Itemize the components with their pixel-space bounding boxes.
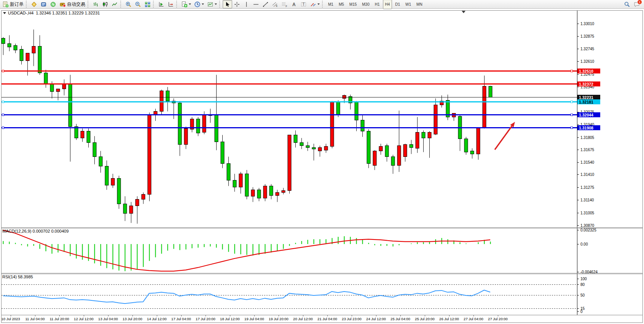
hline-icon: [253, 1, 259, 8]
templates-button[interactable]: [206, 0, 218, 8]
label-tool-button[interactable]: T: [299, 0, 308, 8]
signals-button[interactable]: [48, 0, 58, 8]
chevron-down-icon[interactable]: [189, 3, 191, 5]
svg-text:19 Jul 20:00: 19 Jul 20:00: [269, 317, 289, 321]
toolbar-separator: [219, 1, 222, 8]
chevron-down-icon[interactable]: [317, 3, 320, 5]
line-handle[interactable]: [571, 101, 573, 103]
timeframe-mn[interactable]: MN: [414, 0, 425, 9]
timeframe-m15-label: M15: [349, 2, 357, 6]
line-chart-button[interactable]: [110, 0, 120, 8]
svg-text:17 Jul 20:00: 17 Jul 20:00: [196, 317, 215, 321]
label-icon: T: [300, 1, 307, 8]
zoom-out-icon: [135, 1, 141, 8]
timeframe-m1[interactable]: M1: [326, 0, 336, 9]
linechart-icon: [112, 1, 118, 8]
fibo-icon: F: [281, 1, 288, 8]
fibonacci-tool-button[interactable]: F: [280, 0, 289, 8]
line-handle[interactable]: [2, 70, 4, 72]
bar-chart-button[interactable]: [91, 0, 100, 8]
line-handle[interactable]: [2, 101, 4, 103]
chevron-down-icon[interactable]: [215, 3, 217, 5]
timeframe-m30[interactable]: M30: [360, 0, 371, 9]
vline-icon: [243, 1, 250, 8]
channel-icon: E: [272, 1, 278, 8]
community-button[interactable]: [39, 0, 48, 8]
timeframe-w1[interactable]: W1: [403, 0, 413, 9]
timeframe-m1-label: M1: [328, 2, 333, 6]
chart-canvas[interactable]: 1.330101.328751.327451.326101.324751.323…: [0, 0, 644, 324]
collapse-triangle-icon[interactable]: [3, 12, 6, 14]
new-chart-button[interactable]: [180, 0, 193, 8]
auto-scroll-button[interactable]: [156, 0, 166, 8]
channel-tool-button[interactable]: E: [270, 0, 280, 8]
chevron-down-icon[interactable]: [202, 3, 204, 5]
svg-text:11 Jul 20:00: 11 Jul 20:00: [49, 317, 69, 321]
timeframe-h4-label: H4: [385, 2, 390, 6]
zoom-in-icon: [125, 1, 132, 8]
horizontal-line-tool-button[interactable]: [251, 0, 261, 8]
svg-text:1.31275: 1.31275: [580, 185, 595, 190]
periods-button[interactable]: [193, 0, 206, 8]
arrows-icon: [310, 1, 316, 8]
svg-text:E: E: [276, 5, 278, 7]
line-handle[interactable]: [2, 114, 4, 116]
gold-gem-icon: [31, 1, 37, 8]
svg-text:1.32875: 1.32875: [580, 34, 595, 38]
chart-title: USDCAD-,H4 1.32346 1.32351 1.32229 1.322…: [3, 11, 102, 15]
candle-chart-button[interactable]: [100, 0, 110, 8]
chat-button[interactable]: 1: [632, 0, 642, 8]
chart-shift-button[interactable]: [166, 0, 175, 8]
timeframe-m15[interactable]: M15: [347, 0, 359, 9]
timeframe-h4[interactable]: H4: [383, 0, 392, 9]
zoom-in-button[interactable]: [124, 0, 133, 8]
line-handle[interactable]: [571, 70, 573, 72]
svg-text:27 Jul 04:00: 27 Jul 04:00: [464, 317, 483, 321]
arrows-tool-button[interactable]: [308, 0, 321, 8]
timeframe-m5[interactable]: M5: [336, 0, 346, 9]
timeframe-d1[interactable]: D1: [393, 0, 402, 9]
svg-text:27 Jul 20:00: 27 Jul 20:00: [488, 317, 508, 321]
text-tool-button[interactable]: A: [289, 0, 299, 8]
svg-text:80: 80: [580, 283, 585, 287]
tile-icon: [144, 1, 151, 8]
vertical-line-tool-button[interactable]: [242, 0, 251, 8]
crosshair-tool-button[interactable]: [232, 0, 242, 8]
line-handle[interactable]: [571, 127, 573, 129]
new-order-button[interactable]: 新订单: [1, 0, 25, 8]
green-signal-icon: [50, 1, 56, 8]
timeframe-w1-label: W1: [405, 2, 411, 6]
svg-text:1.31140: 1.31140: [580, 198, 594, 202]
search-button[interactable]: [622, 0, 632, 8]
svg-text:23 Jul 23:00: 23 Jul 23:00: [342, 317, 362, 321]
svg-text:18 Jul 12:00: 18 Jul 12:00: [220, 317, 240, 321]
svg-text:25 Jul 20:00: 25 Jul 20:00: [415, 317, 435, 321]
svg-text:1.33010: 1.33010: [580, 22, 595, 26]
cursor-icon: [224, 1, 231, 8]
bars-icon: [92, 1, 99, 8]
svg-text:19 Jul 04:00: 19 Jul 04:00: [244, 317, 264, 321]
svg-text:21 Jul 04:00: 21 Jul 04:00: [317, 317, 337, 321]
line-handle[interactable]: [2, 127, 4, 129]
svg-text:0: 0: [580, 310, 583, 314]
symbol-period-label: USDCAD-,H4: [8, 11, 33, 15]
timeframe-d1-label: D1: [395, 2, 400, 6]
auto-trading-button[interactable]: 自动交易: [58, 0, 87, 8]
svg-text:11 Jul 04:00: 11 Jul 04:00: [25, 317, 45, 321]
svg-text:1.30870: 1.30870: [580, 223, 595, 228]
new-order-icon: [2, 1, 9, 8]
rsi-indicator-label: RSI(14) 58.3985: [2, 275, 33, 279]
auto-scroll-icon: [158, 1, 164, 8]
market-button[interactable]: [29, 0, 39, 8]
line-handle[interactable]: [571, 114, 573, 116]
svg-text:A: A: [292, 2, 296, 7]
toolbar-right-group: 1: [622, 0, 642, 8]
trendline-tool-button[interactable]: [261, 0, 270, 8]
timeframe-h1[interactable]: H1: [373, 0, 382, 9]
svg-text:12 Jul 12:00: 12 Jul 12:00: [74, 317, 94, 321]
timeframe-mn-label: MN: [416, 2, 422, 6]
tile-windows-button[interactable]: [143, 0, 152, 8]
zoom-out-button[interactable]: [133, 0, 143, 8]
cursor-tool-button[interactable]: [223, 0, 232, 8]
new-order-button-label: 新订单: [10, 1, 24, 8]
